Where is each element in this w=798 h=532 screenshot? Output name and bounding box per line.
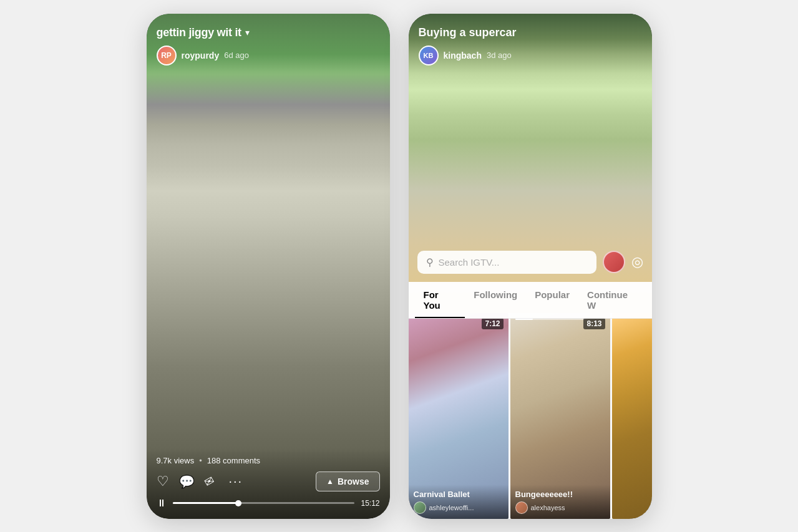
comment-icon[interactable]: 💬 (179, 474, 195, 489)
search-overlay: ⚲ Search IGTV... ◎ (409, 251, 652, 274)
video-thumb-1[interactable]: 7:12 Carnival Ballet ashleylewoffi... (409, 313, 508, 519)
thumb-author-row-1: ashleylewoffi... (414, 501, 504, 514)
video-thumb-3[interactable] (612, 313, 652, 519)
heart-icon[interactable]: ♡ (157, 473, 169, 490)
igtv-video-title: Buying a supercar (419, 26, 642, 39)
more-icon[interactable]: ··· (229, 474, 243, 488)
video-title: gettin jiggy wit it (157, 26, 241, 39)
tab-popular[interactable]: Popular (526, 282, 578, 318)
video-header: gettin jiggy wit it ▾ RP roypurdy 6d ago (147, 14, 390, 72)
igtv-author-name: kingbach (444, 51, 482, 60)
time-ago: 6d ago (224, 51, 249, 60)
author-row: RP roypurdy 6d ago (157, 46, 380, 65)
send-icon[interactable]: ✉ (202, 473, 217, 490)
thumb-title-2: Bungeeeeeee!! (515, 490, 605, 499)
tab-following[interactable]: Following (465, 282, 526, 318)
thumb-author-2: alexhayess (531, 504, 565, 511)
video-footer: 9.7k views • 188 comments ♡ 💬 ✉ ··· ▲ Br… (147, 448, 390, 519)
settings-icon[interactable]: ◎ (631, 254, 643, 270)
igtv-time-ago: 3d ago (487, 51, 512, 60)
phone-right: Buying a supercar KB kingbach 3d ago ⚲ S… (409, 14, 652, 519)
action-icons: ♡ 💬 ✉ ··· (157, 473, 243, 490)
thumb-title-1: Carnival Ballet (414, 490, 504, 499)
igtv-player: Buying a supercar KB kingbach 3d ago ⚲ S… (409, 14, 652, 519)
video-thumb-2[interactable]: 8:13 Bungeeeeeee!! alexhayess (510, 313, 610, 519)
search-icon: ⚲ (426, 256, 434, 268)
thumb-bg-3 (612, 313, 652, 519)
video-grid: 7:12 Carnival Ballet ashleylewoffi... (409, 313, 652, 519)
browse-label: Browse (338, 476, 369, 486)
separator: • (199, 456, 202, 465)
views-stat: 9.7k views (157, 456, 195, 465)
author-name: roypurdy (182, 51, 220, 60)
thumb-duration-1: 7:12 (482, 318, 503, 329)
actions-row: ♡ 💬 ✉ ··· ▲ Browse (157, 472, 380, 491)
browse-button[interactable]: ▲ Browse (316, 472, 379, 491)
thumb-info-2: Bungeeeeeee!! alexhayess (510, 485, 610, 519)
thumb-author-1: ashleylewoffi... (429, 504, 474, 511)
tab-for-you[interactable]: For You (415, 282, 465, 318)
stats-row: 9.7k views • 188 comments (157, 456, 380, 465)
chevron-icon: ▾ (245, 27, 250, 37)
tabs-row: For You Following Popular Continue W (409, 282, 652, 319)
phone-left: gettin jiggy wit it ▾ RP roypurdy 6d ago… (147, 14, 390, 519)
thumb-duration-2: 8:13 (583, 318, 605, 329)
author-avatar[interactable]: RP (157, 46, 177, 65)
tab-continue[interactable]: Continue W (578, 282, 645, 318)
browse-up-icon: ▲ (326, 477, 334, 486)
progress-fill (173, 502, 242, 504)
search-bar[interactable]: ⚲ Search IGTV... (417, 251, 596, 274)
thumb-avatar-1 (414, 501, 426, 514)
thumb-avatar-2 (515, 501, 528, 514)
search-input[interactable]: Search IGTV... (439, 257, 500, 268)
thumb-author-row-2: alexhayess (515, 501, 605, 514)
pause-button[interactable]: ⏸ (157, 498, 167, 509)
igtv-author-row: KB kingbach 3d ago (419, 46, 642, 65)
progress-handle[interactable] (235, 500, 241, 506)
thumb-info-1: Carnival Ballet ashleylewoffi... (409, 485, 508, 519)
phones-container: gettin jiggy wit it ▾ RP roypurdy 6d ago… (134, 1, 664, 531)
comments-stat: 188 comments (207, 456, 260, 465)
igtv-profile-avatar[interactable] (603, 251, 625, 273)
duration: 15:12 (361, 499, 379, 508)
igtv-author-avatar[interactable]: KB (419, 46, 439, 65)
progress-bar[interactable] (173, 502, 355, 504)
video-background (147, 14, 390, 519)
progress-row: ⏸ 15:12 (157, 498, 380, 509)
video-player: gettin jiggy wit it ▾ RP roypurdy 6d ago… (147, 14, 390, 519)
title-row: gettin jiggy wit it ▾ (157, 26, 380, 39)
igtv-header: Buying a supercar KB kingbach 3d ago (409, 14, 652, 73)
